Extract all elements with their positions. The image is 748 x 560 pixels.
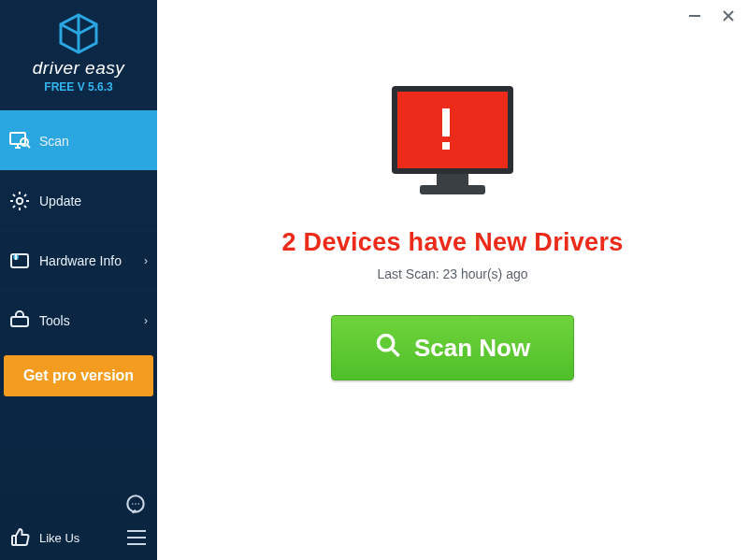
minimize-button[interactable]: [684, 6, 705, 26]
sidebar: driver easy FREE V 5.6.3 Scan Update i: [0, 0, 157, 560]
svg-line-31: [393, 349, 399, 355]
svg-point-15: [135, 503, 137, 505]
scan-now-label: Scan Now: [414, 334, 530, 363]
svg-line-5: [27, 145, 30, 148]
chat-bubble-icon[interactable]: [123, 493, 148, 517]
main-center: 2 Devices have New Drivers Last Scan: 23…: [157, 0, 748, 381]
close-button[interactable]: [718, 6, 739, 26]
search-icon: [375, 332, 401, 365]
menu-icon[interactable]: [125, 528, 148, 547]
logo-block: driver easy FREE V 5.6.3: [0, 0, 157, 101]
sidebar-item-hardware-info[interactable]: i Hardware Info ›: [0, 230, 157, 290]
sidebar-item-label: Tools: [39, 313, 70, 328]
sidebar-spacer: [0, 396, 157, 493]
tools-icon: [7, 309, 32, 333]
svg-rect-28: [437, 174, 468, 185]
logo-icon: [57, 41, 100, 57]
svg-text:i: i: [15, 254, 16, 260]
get-pro-label: Get pro version: [23, 367, 134, 384]
like-us-label[interactable]: Like Us: [39, 531, 79, 545]
chevron-right-icon: ›: [144, 314, 148, 327]
svg-rect-17: [12, 536, 16, 545]
bottom-row: Like Us: [0, 521, 157, 560]
svg-point-14: [132, 503, 134, 505]
sidebar-item-label: Update: [39, 194, 81, 208]
svg-rect-26: [442, 108, 450, 136]
svg-rect-29: [420, 185, 485, 194]
sidebar-item-tools[interactable]: Tools ›: [0, 290, 157, 350]
update-gear-icon: [7, 189, 32, 213]
svg-point-6: [17, 197, 22, 203]
chevron-right-icon: ›: [144, 254, 148, 267]
brand-version: FREE V 5.6.3: [0, 80, 157, 93]
scan-now-button[interactable]: Scan Now: [331, 315, 574, 381]
scan-screen-icon: [7, 129, 32, 153]
svg-rect-27: [442, 142, 450, 150]
sidebar-item-label: Hardware Info: [39, 253, 122, 268]
svg-rect-10: [11, 317, 28, 326]
svg-point-16: [137, 503, 139, 505]
svg-rect-25: [397, 92, 508, 168]
sidebar-item-label: Scan: [39, 134, 69, 149]
status-headline: 2 Devices have New Drivers: [281, 228, 623, 257]
last-scan-text: Last Scan: 23 hour(s) ago: [377, 266, 527, 281]
nav: Scan Update i Hardware Info › Tools: [0, 110, 157, 350]
thumbs-up-icon[interactable]: [9, 526, 32, 549]
chat-row: [0, 493, 157, 521]
get-pro-button[interactable]: Get pro version: [4, 355, 153, 396]
svg-point-30: [378, 335, 393, 350]
brand-name: driver easy: [0, 58, 157, 79]
main-panel: 2 Devices have New Drivers Last Scan: 23…: [157, 0, 748, 560]
sidebar-item-scan[interactable]: Scan: [0, 110, 157, 170]
hardware-info-icon: i: [7, 249, 32, 273]
sidebar-item-update[interactable]: Update: [0, 170, 157, 230]
alert-monitor-icon: [382, 80, 523, 206]
titlebar: [684, 6, 739, 26]
